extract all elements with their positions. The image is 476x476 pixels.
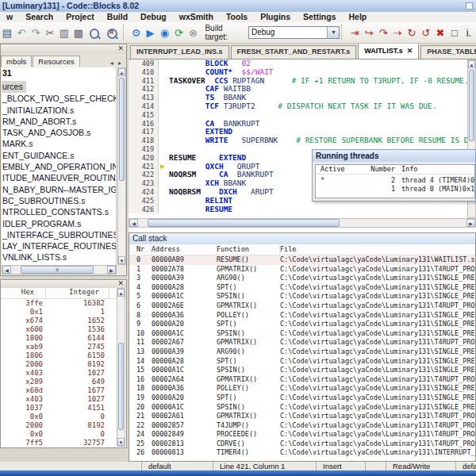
build-and-run-icon[interactable]: ◉ [158,25,172,40]
tree-item[interactable]: VNLINK_LISTS.s [2,251,116,263]
close-tab-icon[interactable]: ✕ [407,47,413,55]
watch-row[interactable]: xab92745 [1,343,126,351]
copy-icon[interactable]: ▥ [57,25,71,40]
tree-item[interactable]: EMBLY_AND_OPERATION_INFORM [2,161,116,172]
tree-item[interactable]: IDLER_PROGRAM.s [2,218,116,229]
tree-item[interactable]: MARK.s [2,138,116,149]
close-icon[interactable]: ✕ [117,279,124,288]
tree-item[interactable]: ITUDE_MANEUVER_ROUTINE.s [2,172,116,183]
call-stack-row[interactable]: 100002A78GPMATRIX()C:\Code\virtualagc\ya… [129,265,475,274]
watch-row[interactable]: 0x11 [1,308,126,317]
run-to-cursor-icon[interactable]: ↪ [362,25,376,40]
number-column-header[interactable]: Number [362,165,395,174]
scroll-up-icon[interactable]: ▲ [118,68,125,76]
scroll-down-icon[interactable]: ▼ [117,438,125,446]
scrollbar-thumb[interactable] [469,70,474,141]
scrollbar-thumb[interactable]: Ⅲ [21,266,94,274]
info-column-header[interactable]: Info [395,165,417,174]
scroll-up-icon[interactable]: ▲ [117,289,125,297]
watch-row[interactable]: 18006144 [1,334,126,343]
undo-icon[interactable]: ↶ [14,25,29,40]
nr-column-header[interactable]: Nr [129,244,152,255]
watch-row[interactable]: x6001536 [1,325,126,334]
call-stack-row[interactable]: 2100002A61GPMATRIX()C:\Code\virtualagc\y… [129,412,475,421]
scrollbar-thumb[interactable] [119,78,125,181]
call-stack-row[interactable]: 1100002A67GPMATRIX()C:\Code\virtualagc\y… [129,338,475,347]
watch-row[interactable]: 3ffe16382 [1,299,126,308]
call-stack-row[interactable]: 1300000A39ARG90()C:\Code\virtualagc\yaCo… [129,347,475,357]
call-stack-row[interactable]: 1800000A36POLLEY()C:\Code\virtualagc\yaC… [129,384,475,393]
management-tab-mbols[interactable]: mbols [1,56,32,67]
function-column-header[interactable]: Function [217,244,280,255]
thread-row[interactable]: 1thread 0 (MAIN)0x1 [316,185,474,194]
menu-item-settings[interactable]: Settings [297,12,342,22]
scroll-up-icon[interactable]: ▲ [468,60,475,68]
watch-row[interactable]: x289649 [1,378,126,386]
call-stack-row[interactable]: 300000A39ARG90()C:\Code\virtualagc\yaCod… [129,274,475,283]
chevron-down-icon[interactable]: ▼ [327,27,339,38]
menu-item-search[interactable]: Search [19,12,60,22]
scroll-down-icon[interactable]: ▼ [118,256,125,264]
call-stack-row[interactable]: 1500000A1CSPSIN()C:\Code\virtualagc\yaCo… [129,366,475,375]
next-line-icon[interactable]: ↷ [376,25,390,40]
scroll-left-icon[interactable]: ◀ [129,219,138,227]
call-stack-row[interactable]: 500000A1CSPSIN()C:\Code\virtualagc\yaCod… [129,292,475,301]
tree-item[interactable]: TASK_AND_AOSJOB.s [2,127,116,138]
tree-item[interactable]: urces [2,81,26,92]
new-file-icon[interactable]: ▤ [0,25,14,40]
abort-icon[interactable]: ⊗ [186,25,200,40]
build-icon[interactable]: ⚙ [129,25,144,40]
tree-item[interactable]: NTROLLED_CONSTANTS.s [2,206,116,217]
window-control-button[interactable] [466,2,473,10]
tree-item[interactable]: 31 [2,67,116,79]
call-stack-row[interactable]: 1000000A1CSPSIN()C:\Code\virtualagc\yaCo… [129,329,475,339]
rebuild-icon[interactable]: ⟳ [171,25,186,40]
close-icon[interactable]: ✕ [117,44,124,53]
step-into-icon[interactable]: ↻ [405,25,419,40]
call-stack-row[interactable]: 000000AB9RESUME()C:\Code\virtualagc\yaCo… [129,255,475,265]
watch-row[interactable]: x4031027 [1,395,126,404]
debug-info-icon[interactable]: i. [462,25,476,40]
call-stack-row[interactable]: 2500002813CDRVE()C:\Code\virtualagc\yaCo… [129,440,475,449]
hex-column-header[interactable]: Hex [1,288,46,298]
editor-tab[interactable]: INTERRUPT_LEAD_INS.s [130,45,229,59]
call-stack-row[interactable]: 900000A20SPT()C:\Code\virtualagc\yaCode\… [129,320,475,329]
watch-row[interactable]: 0x00 [1,430,126,439]
tree-item[interactable]: _INTERFACE_SUBROUTINES.s [2,229,116,240]
call-stack-row[interactable]: 600002A6EGPMATRIX()C:\Code\virtualagc\ya… [129,301,475,311]
active-column-header[interactable]: Active [316,165,362,174]
management-tab-resources[interactable]: Resources [33,56,79,67]
call-stack-row[interactable]: 400000A28SPT()C:\Code\virtualagc\yaCode\… [129,283,475,293]
debug-continue-icon[interactable]: ⇥ [347,25,362,40]
thread-row[interactable]: *2thread 4 (TIMER4)0 [316,176,474,185]
watch-row[interactable]: x4031027 [1,369,126,378]
editor-tab[interactable]: WAITLIST.s✕ [358,44,419,59]
next-instruction-icon[interactable]: ⇢ [390,25,405,40]
tree-item[interactable]: ENT_GUIDANCE.s [2,150,116,161]
menu-item-wxsmith[interactable]: wxSmith [173,12,220,22]
call-stack-row[interactable]: 2000000A1CSPSIN()C:\Code\virtualagc\yaCo… [129,403,475,413]
tree-horizontal-scrollbar[interactable]: ◀ Ⅲ ▶ [2,265,117,274]
build-target-combobox[interactable]: Debug▼ [248,26,340,39]
tree-vertical-scrollbar[interactable]: ▲ ▼ [117,67,126,265]
title-bar[interactable]: [Luminary131] - Code::Blocks 8.02 [0,0,476,12]
tree-item[interactable]: _INITIALIZATION.s [2,105,116,116]
call-stack-row[interactable]: 2600000813TIMER4()C:\Code\virtualagc\yaC… [129,448,475,458]
integer-column-header[interactable]: Integer [46,288,109,298]
watches-vertical-scrollbar[interactable]: ▲ ▼ [117,288,125,447]
editor-tab[interactable]: PHASE_TABLE_MAINTENANCE.s [420,45,476,59]
scroll-left-icon[interactable]: ◀ [2,266,11,274]
tree-item[interactable]: LAY_INTERFACE_ROUTINES.s [2,240,116,251]
watch-row[interactable]: 0x00 [1,413,126,421]
scrollbar-thumb[interactable] [148,219,340,227]
paste-icon[interactable]: ▩ [71,25,86,40]
call-stack-row[interactable]: 1400000A28SPT()C:\Code\virtualagc\yaCode… [129,357,475,367]
watch-row[interactable]: 18066150 [1,351,126,360]
editor-horizontal-scrollbar[interactable]: ◀ ▶ [129,218,476,228]
watch-row[interactable]: x68d1677 [1,386,126,395]
menu-item-w[interactable]: w [0,12,19,22]
menu-item-project[interactable]: Project [60,12,101,22]
tree-item[interactable]: N_BABY_BURN--MASTER_IGNITION [2,184,116,195]
run-icon[interactable]: ▶ [144,25,158,40]
tree-item[interactable]: _BLOCK_TWO_SELF_CHECK.s [2,93,116,104]
